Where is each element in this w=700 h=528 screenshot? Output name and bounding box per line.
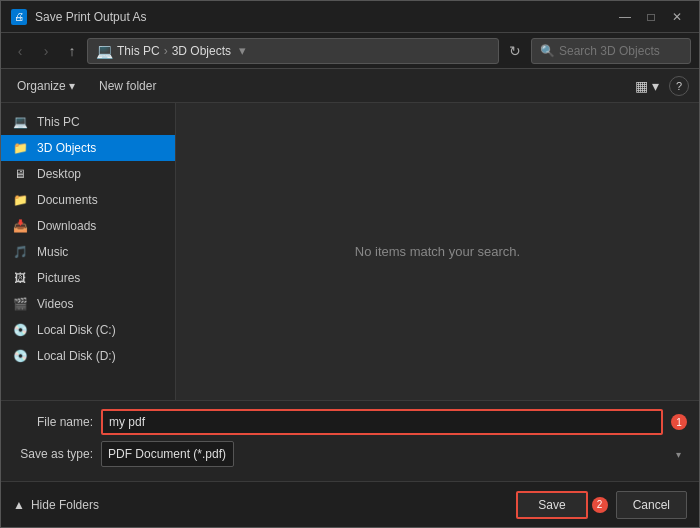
footer-buttons: Save 2 Cancel — [516, 491, 687, 519]
path-dropdown[interactable]: ▾ — [239, 43, 246, 58]
main-content: 💻 This PC 📁 3D Objects 🖥 Desktop 📁 Docum… — [1, 103, 699, 400]
filename-badge: 1 — [671, 414, 687, 430]
sidebar-item-local-disk-c[interactable]: 💿 Local Disk (C:) — [1, 317, 175, 343]
footer: ▲ Hide Folders Save 2 Cancel — [1, 481, 699, 527]
filetype-label: Save as type: — [13, 447, 93, 461]
filename-label: File name: — [13, 415, 93, 429]
search-input[interactable] — [559, 44, 682, 58]
dialog-title: Save Print Output As — [35, 10, 613, 24]
address-bar: ‹ › ↑ 💻 This PC › 3D Objects ▾ ↻ 🔍 — [1, 33, 699, 69]
sidebar-label-local-disk-d: Local Disk (D:) — [37, 349, 116, 363]
desktop-icon: 🖥 — [11, 165, 29, 183]
sidebar-item-this-pc[interactable]: 💻 This PC — [1, 109, 175, 135]
save-dialog: 🖨 Save Print Output As — □ ✕ ‹ › ↑ 💻 Thi… — [0, 0, 700, 528]
save-badge: 2 — [592, 497, 608, 513]
filetype-select-wrapper: PDF Document (*.pdf) ▾ — [101, 441, 687, 467]
path-sep1: › — [164, 44, 168, 58]
sidebar-label-videos: Videos — [37, 297, 73, 311]
local-disk-d-icon: 💿 — [11, 347, 29, 365]
new-folder-button[interactable]: New folder — [93, 76, 162, 96]
bottom-form: File name: 1 Save as type: PDF Document … — [1, 400, 699, 481]
sidebar-item-downloads[interactable]: 📥 Downloads — [1, 213, 175, 239]
empty-message: No items match your search. — [355, 244, 520, 259]
sidebar-label-pictures: Pictures — [37, 271, 80, 285]
path-3dobjects: 3D Objects — [172, 44, 231, 58]
sidebar: 💻 This PC 📁 3D Objects 🖥 Desktop 📁 Docum… — [1, 103, 176, 400]
sidebar-label-this-pc: This PC — [37, 115, 80, 129]
address-path[interactable]: 💻 This PC › 3D Objects ▾ — [87, 38, 499, 64]
up-button[interactable]: ↑ — [61, 40, 83, 62]
sidebar-label-3d-objects: 3D Objects — [37, 141, 96, 155]
hide-folders-label: Hide Folders — [31, 498, 99, 512]
toolbar-right: ▦ ▾ ? — [631, 76, 689, 96]
toolbar: Organize ▾ New folder ▦ ▾ ? — [1, 69, 699, 103]
sidebar-label-desktop: Desktop — [37, 167, 81, 181]
videos-icon: 🎬 — [11, 295, 29, 313]
refresh-button[interactable]: ↻ — [503, 39, 527, 63]
filetype-row: Save as type: PDF Document (*.pdf) ▾ — [13, 441, 687, 467]
view-icon: ▦ ▾ — [635, 78, 659, 94]
dialog-icon: 🖨 — [11, 9, 27, 25]
downloads-icon: 📥 — [11, 217, 29, 235]
sidebar-label-documents: Documents — [37, 193, 98, 207]
search-box: 🔍 — [531, 38, 691, 64]
sidebar-label-local-disk-c: Local Disk (C:) — [37, 323, 116, 337]
local-disk-c-icon: 💿 — [11, 321, 29, 339]
search-icon: 🔍 — [540, 44, 555, 58]
filename-input[interactable] — [101, 409, 663, 435]
back-button[interactable]: ‹ — [9, 40, 31, 62]
organize-button[interactable]: Organize ▾ — [11, 76, 81, 96]
minimize-button[interactable]: — — [613, 7, 637, 27]
sidebar-item-desktop[interactable]: 🖥 Desktop — [1, 161, 175, 187]
select-arrow-icon: ▾ — [676, 449, 681, 460]
filename-row: File name: 1 — [13, 409, 687, 435]
forward-button[interactable]: › — [35, 40, 57, 62]
sidebar-label-downloads: Downloads — [37, 219, 96, 233]
filetype-select[interactable]: PDF Document (*.pdf) — [101, 441, 234, 467]
sidebar-item-3d-objects[interactable]: 📁 3D Objects — [1, 135, 175, 161]
title-bar: 🖨 Save Print Output As — □ ✕ — [1, 1, 699, 33]
sidebar-item-videos[interactable]: 🎬 Videos — [1, 291, 175, 317]
save-button[interactable]: Save — [516, 491, 587, 519]
sidebar-label-music: Music — [37, 245, 68, 259]
hide-folders-button[interactable]: ▲ Hide Folders — [13, 498, 99, 512]
sidebar-item-documents[interactable]: 📁 Documents — [1, 187, 175, 213]
documents-icon: 📁 — [11, 191, 29, 209]
this-pc-icon: 💻 — [11, 113, 29, 131]
window-controls: — □ ✕ — [613, 7, 689, 27]
sidebar-item-music[interactable]: 🎵 Music — [1, 239, 175, 265]
close-button[interactable]: ✕ — [665, 7, 689, 27]
path-thispc: This PC — [117, 44, 160, 58]
pictures-icon: 🖼 — [11, 269, 29, 287]
sidebar-item-local-disk-d[interactable]: 💿 Local Disk (D:) — [1, 343, 175, 369]
sidebar-item-pictures[interactable]: 🖼 Pictures — [1, 265, 175, 291]
file-area: No items match your search. — [176, 103, 699, 400]
chevron-up-icon: ▲ — [13, 498, 25, 512]
cancel-button[interactable]: Cancel — [616, 491, 687, 519]
maximize-button[interactable]: □ — [639, 7, 663, 27]
view-toggle-button[interactable]: ▦ ▾ — [631, 76, 663, 96]
music-icon: 🎵 — [11, 243, 29, 261]
help-button[interactable]: ? — [669, 76, 689, 96]
3d-objects-icon: 📁 — [11, 139, 29, 157]
